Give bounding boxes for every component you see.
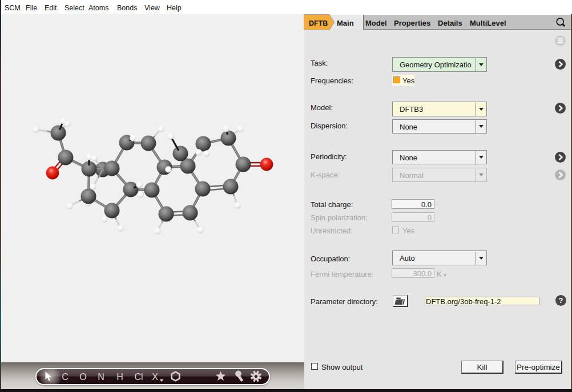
svg-text:O: O — [79, 372, 86, 382]
svg-text:N: N — [98, 372, 104, 382]
svg-text:X: X — [152, 372, 158, 382]
svg-text:?: ? — [559, 296, 563, 305]
svg-text:Cl: Cl — [134, 372, 143, 382]
svg-text:H: H — [116, 372, 123, 382]
svg-text:C: C — [62, 372, 69, 382]
